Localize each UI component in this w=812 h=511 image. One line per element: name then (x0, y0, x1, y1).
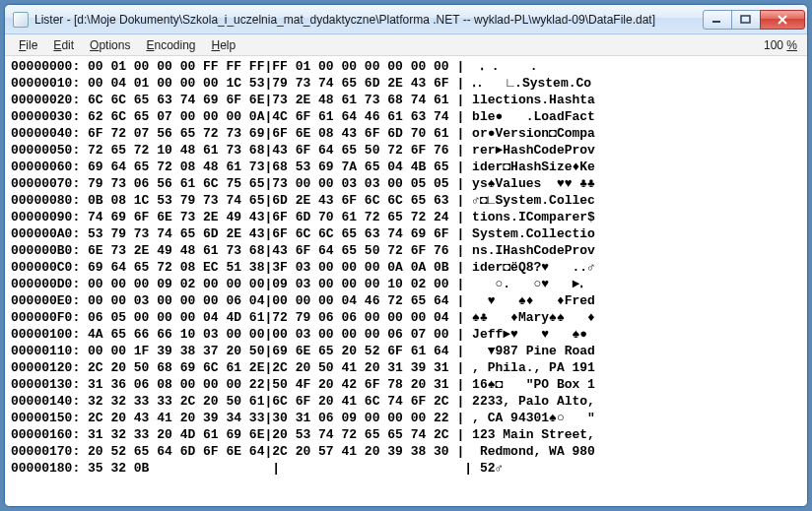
menu-edit[interactable]: Edit (45, 36, 82, 54)
app-icon (13, 12, 29, 28)
maximize-button[interactable] (731, 10, 761, 30)
minimize-button[interactable] (703, 10, 732, 30)
window-controls (704, 10, 805, 30)
menu-options[interactable]: Options (82, 36, 138, 54)
menubar: File Edit Options Encoding Help 100 % (5, 34, 807, 56)
window-title: Lister - [d:\Moje Dokumenty\Szkola_i_ucz… (34, 13, 704, 27)
zoom-indicator[interactable]: 100 % (760, 36, 801, 54)
hex-dump: 00000000: 00 01 00 00 00 FF FF FF|FF 01 … (5, 56, 807, 479)
minimize-icon (711, 15, 723, 25)
menu-file[interactable]: File (11, 36, 45, 54)
maximize-icon (740, 15, 752, 25)
menu-help[interactable]: Help (204, 36, 244, 54)
close-icon (777, 15, 788, 25)
close-button[interactable] (760, 10, 805, 30)
lister-window: Lister - [d:\Moje Dokumenty\Szkola_i_ucz… (4, 4, 808, 507)
svg-rect-1 (741, 16, 750, 23)
menu-encoding[interactable]: Encoding (138, 36, 203, 54)
titlebar[interactable]: Lister - [d:\Moje Dokumenty\Szkola_i_ucz… (5, 5, 807, 34)
content-area[interactable]: 00000000: 00 01 00 00 00 FF FF FF|FF 01 … (5, 56, 807, 506)
svg-rect-0 (712, 21, 720, 23)
